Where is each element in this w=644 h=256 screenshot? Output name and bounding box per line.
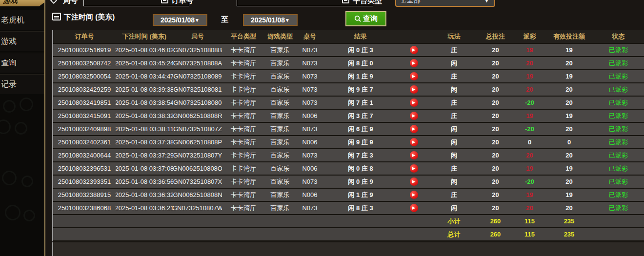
- play-method-cell: 庄: [431, 97, 477, 109]
- bet-time-cell: 2025-01-08 03:38:32: [116, 110, 173, 122]
- diamond-icon: [50, 0, 57, 4]
- play-video-icon[interactable]: ▶: [410, 164, 418, 173]
- empty-cell: [324, 215, 397, 227]
- watermark-circle: [21, 176, 33, 187]
- platform-cell: 卡卡湾厅: [222, 136, 265, 148]
- round-cell: GN0732510807X: [173, 176, 222, 188]
- valid-bet-cell: 19: [545, 44, 593, 56]
- empty-cell: [173, 228, 222, 240]
- platform-cell: 卡卡湾厅: [222, 83, 265, 96]
- date-from-picker[interactable]: 2025/01/08▼: [153, 14, 207, 26]
- play-video-icon[interactable]: ▶: [410, 98, 418, 107]
- play-video-icon[interactable]: ▶: [410, 59, 418, 67]
- play-video-icon[interactable]: ▶: [410, 125, 418, 133]
- play-video-icon[interactable]: ▶: [410, 204, 418, 212]
- payout-cell: 19: [514, 110, 545, 122]
- table-no-cell: N073: [295, 83, 324, 96]
- total-row-bet: 260: [477, 228, 514, 240]
- table-no-cell: N073: [295, 202, 324, 214]
- total-bet-cell: 20: [477, 176, 514, 188]
- play-cell: ▶: [397, 136, 431, 148]
- valid-bet-cell: 20: [545, 176, 593, 188]
- result-cell: 闲 7 庄 1: [324, 97, 397, 109]
- empty-cell: [116, 215, 173, 227]
- watermark-circle: [3, 100, 16, 113]
- play-video-icon[interactable]: ▶: [410, 138, 418, 146]
- status-cell: 已派彩: [593, 162, 644, 175]
- play-cell: ▶: [397, 162, 431, 175]
- game-type-cell: 百家乐: [265, 136, 295, 148]
- status-cell: 已派彩: [593, 136, 644, 148]
- sidebar-item-label: 游戏: [1, 37, 17, 47]
- play-cell: ▶: [397, 189, 431, 201]
- empty-cell: [593, 228, 644, 240]
- clipboard-icon: [161, 0, 168, 3]
- platform-type-select[interactable]: 1:全部 ▼: [395, 0, 495, 7]
- column-header: [397, 30, 431, 43]
- caret-down-icon: ▼: [195, 18, 200, 23]
- sidebar-item[interactable]: 查询: [0, 53, 44, 73]
- total-bet-cell: 20: [477, 202, 514, 214]
- status-cell: 已派彩: [593, 44, 644, 56]
- table-no-cell: N073: [295, 123, 324, 135]
- game-type-cell: 百家乐: [265, 70, 295, 82]
- platform-cell: 卡卡湾厅: [222, 149, 265, 161]
- sidebar-item[interactable]: 游戏: [0, 31, 44, 51]
- play-video-icon[interactable]: ▶: [410, 191, 418, 199]
- game-type-cell: 百家乐: [265, 162, 295, 175]
- valid-bet-cell: 0: [545, 136, 593, 148]
- platform-cell: 卡卡湾厅: [222, 176, 265, 188]
- bet-time-cell: 2025-01-08 03:38:54: [116, 97, 173, 109]
- empty-cell: [265, 215, 295, 227]
- order-cell: 250108032415091: [53, 110, 116, 122]
- payout-cell: 19: [514, 189, 545, 201]
- empty-cell: [222, 215, 265, 227]
- play-video-icon[interactable]: ▶: [410, 151, 418, 159]
- subtotal-row-valid: 235: [545, 215, 593, 227]
- table-row: 2501080325169192025-01-08 03:46:02GN0732…: [53, 44, 644, 57]
- subtotal-row-bet: 260: [477, 215, 514, 227]
- sidebar-item-label: 老虎机: [1, 15, 24, 25]
- search-button[interactable]: 查询: [345, 11, 386, 26]
- round-cell: GN0062510808P: [173, 136, 222, 148]
- order-cell: 250108032500054: [53, 70, 116, 82]
- table-no-cell: N006: [295, 162, 324, 175]
- play-method-cell: 闲: [431, 136, 477, 148]
- total-row-payout: 115: [514, 228, 545, 240]
- play-method-cell: 庄: [431, 189, 477, 201]
- play-video-icon[interactable]: ▶: [410, 85, 418, 94]
- empty-cell: [324, 228, 397, 240]
- play-video-icon[interactable]: ▶: [410, 46, 418, 54]
- platform-cell: 卡卡湾厅: [222, 97, 265, 109]
- bet-time-cell: 2025-01-08 03:46:02: [116, 44, 173, 56]
- sidebar-item-active-games[interactable]: 游戏: [0, 0, 44, 6]
- play-video-icon[interactable]: ▶: [410, 72, 418, 80]
- play-video-icon[interactable]: ▶: [410, 177, 418, 186]
- round-no-label: 局号: [63, 0, 78, 5]
- table-no-cell: N073: [295, 97, 324, 109]
- valid-bet-cell: 20: [545, 123, 593, 135]
- empty-cell: [53, 228, 116, 240]
- play-video-icon[interactable]: ▶: [410, 112, 418, 120]
- empty-cell: [116, 228, 173, 240]
- sidebar-item[interactable]: 老虎机: [0, 10, 44, 30]
- column-header: 结果: [324, 30, 397, 43]
- betting-records-page: 游戏 老虎机游戏查询记录 局号 订单号 平台类型 1:全部 ▼ 下注时间 (美东…: [0, 0, 644, 256]
- play-cell: ▶: [397, 44, 431, 56]
- sidebar-item-label: 记录: [1, 79, 17, 90]
- order-cell: 250108032508742: [53, 57, 116, 69]
- round-cell: GN07325108089: [173, 70, 222, 82]
- payout-cell: 19: [514, 70, 545, 82]
- play-method-cell: 闲: [431, 57, 477, 69]
- bet-time-cell: 2025-01-08 03:36:21: [116, 202, 173, 214]
- total-bet-cell: 20: [477, 189, 514, 201]
- total-bet-cell: 20: [477, 44, 514, 56]
- round-cell: GN07325108080: [173, 97, 222, 109]
- column-header: 派彩: [514, 30, 545, 43]
- order-cell: 250108032419851: [53, 97, 116, 109]
- sidebar-item[interactable]: 记录: [0, 74, 44, 94]
- date-to-picker[interactable]: 2025/01/08▼: [243, 14, 298, 26]
- table-no-cell: N073: [295, 70, 324, 82]
- search-icon: [354, 15, 362, 22]
- subtotal-row: 小计260115235: [53, 215, 644, 228]
